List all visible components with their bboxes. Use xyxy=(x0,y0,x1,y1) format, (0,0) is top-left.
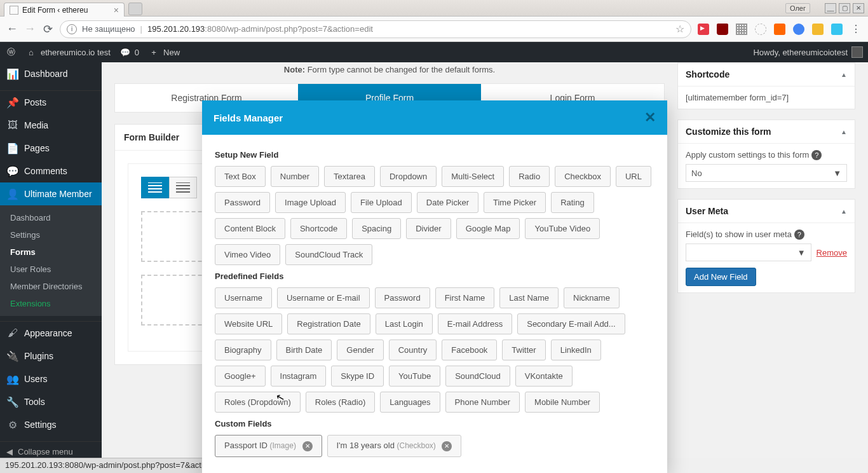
menu-tools[interactable]: 🔧Tools xyxy=(0,390,102,413)
wp-logo[interactable]: ⓦ xyxy=(5,46,17,58)
bookmark-star-icon[interactable]: ☆ xyxy=(675,23,684,35)
binance-ext-icon[interactable] xyxy=(812,24,824,35)
field-type-button[interactable]: Google Map xyxy=(456,218,520,239)
site-link[interactable]: ⌂ethereumico.io test xyxy=(25,46,111,58)
dashed-ext-icon[interactable] xyxy=(755,24,766,35)
field-type-button[interactable]: SoundCloud Track xyxy=(285,244,372,265)
row-layout-full[interactable] xyxy=(141,177,169,198)
field-type-button[interactable]: Text Box xyxy=(215,166,266,187)
field-type-button[interactable]: URL xyxy=(616,166,651,187)
row-layout-split[interactable] xyxy=(169,177,197,198)
menu-users[interactable]: 👥Users xyxy=(0,367,102,390)
field-type-button[interactable]: Content Block xyxy=(215,218,285,239)
field-type-button[interactable]: Checkbox xyxy=(555,166,611,187)
url-bar[interactable]: i Не защищено | 195.201.20.193:8080/wp-a… xyxy=(60,20,691,38)
s-ext-icon[interactable] xyxy=(831,24,843,35)
submenu-forms[interactable]: Forms xyxy=(0,243,102,261)
predef-field-button[interactable]: Roles (Dropdown) xyxy=(215,392,301,413)
field-type-button[interactable]: Password xyxy=(215,192,270,213)
youtube-ext-icon[interactable] xyxy=(698,24,709,35)
remove-field-icon[interactable]: ✕ xyxy=(302,441,313,451)
field-type-button[interactable]: File Upload xyxy=(351,192,412,213)
predef-field-button[interactable]: VKontakte xyxy=(515,366,573,387)
browser-tab[interactable]: Edit Form ‹ ethereu × xyxy=(4,3,125,17)
predef-field-button[interactable]: Nickname xyxy=(564,287,620,308)
predef-field-button[interactable]: Registration Date xyxy=(287,313,370,334)
field-type-button[interactable]: Spacing xyxy=(352,218,401,239)
submenu-settings[interactable]: Settings xyxy=(0,226,102,243)
field-type-button[interactable]: Textarea xyxy=(324,166,375,187)
predef-field-button[interactable]: Last Login xyxy=(376,313,433,334)
comments-link[interactable]: 💬0 xyxy=(119,46,139,58)
remove-field-icon[interactable]: ✕ xyxy=(442,441,452,451)
predef-field-button[interactable]: SoundCloud xyxy=(445,366,510,387)
predef-field-button[interactable]: Birth Date xyxy=(276,339,332,360)
predef-field-button[interactable]: Secondary E-mail Add... xyxy=(517,313,625,334)
field-type-button[interactable]: Time Picker xyxy=(484,192,546,213)
submenu-dashboard[interactable]: Dashboard xyxy=(0,209,102,226)
menu-media[interactable]: 🖼Media xyxy=(0,114,102,137)
predef-field-button[interactable]: Website URL xyxy=(215,313,282,334)
howdy-user[interactable]: Howdy, ethereumicoiotest xyxy=(753,46,863,58)
menu-posts[interactable]: 📌Posts xyxy=(0,91,102,114)
toggle-icon[interactable]: ▲ xyxy=(841,71,847,78)
toggle-icon[interactable]: ▲ xyxy=(841,128,847,135)
predef-field-button[interactable]: Twitter xyxy=(502,339,545,360)
field-type-button[interactable]: Dropdown xyxy=(380,166,437,187)
predef-field-button[interactable]: Roles (Radio) xyxy=(306,392,375,413)
remove-link[interactable]: Remove xyxy=(817,248,847,257)
usermeta-select[interactable]: ▼ xyxy=(686,243,811,261)
new-tab-button[interactable] xyxy=(128,3,142,15)
field-type-button[interactable]: Multi-Select xyxy=(442,166,504,187)
menu-ultimate-member[interactable]: 👤Ultimate Member xyxy=(0,182,102,205)
field-type-button[interactable]: Number xyxy=(271,166,319,187)
predef-field-button[interactable]: YouTube xyxy=(389,366,440,387)
os-minimize[interactable]: __ xyxy=(825,3,836,13)
field-type-button[interactable]: Radio xyxy=(509,166,550,187)
modal-close-button[interactable]: ✕ xyxy=(644,109,656,126)
field-type-button[interactable]: Rating xyxy=(551,192,594,213)
custom-field-passport[interactable]: Passport ID (Image) ✕ xyxy=(215,435,322,457)
menu-plugins[interactable]: 🔌Plugins xyxy=(0,345,102,367)
predef-field-button[interactable]: First Name xyxy=(435,287,495,308)
menu-settings[interactable]: ⚙Settings xyxy=(0,413,102,436)
predef-field-button[interactable]: Phone Number xyxy=(445,392,520,413)
predef-field-button[interactable]: Facebook xyxy=(442,339,497,360)
submenu-memberdir[interactable]: Member Directories xyxy=(0,278,102,295)
predef-field-button[interactable]: Skype ID xyxy=(331,366,384,387)
predef-field-button[interactable]: Password xyxy=(375,287,430,308)
metamask-ext-icon[interactable] xyxy=(774,24,785,35)
field-type-button[interactable]: Divider xyxy=(406,218,451,239)
os-maximize[interactable]: ▢ xyxy=(839,3,850,13)
field-type-button[interactable]: Vimeo Video xyxy=(215,244,280,265)
predef-field-button[interactable]: Biography xyxy=(215,339,271,360)
field-type-button[interactable]: YouTube Video xyxy=(525,218,600,239)
toggle-icon[interactable]: ▲ xyxy=(841,208,847,215)
predef-field-button[interactable]: E-mail Address xyxy=(438,313,512,334)
submenu-extensions[interactable]: Extensions xyxy=(0,295,102,312)
field-type-button[interactable]: Date Picker xyxy=(417,192,478,213)
help-icon[interactable]: ? xyxy=(811,150,822,160)
predef-field-button[interactable]: Country xyxy=(389,339,437,360)
predef-field-button[interactable]: Gender xyxy=(337,339,383,360)
field-type-button[interactable]: Image Upload xyxy=(275,192,346,213)
custom-field-18years[interactable]: I'm 18 years old (Checkbox) ✕ xyxy=(327,435,462,457)
predef-field-button[interactable]: Last Name xyxy=(499,287,559,308)
grid-ext-icon[interactable] xyxy=(736,24,747,35)
ublock-ext-icon[interactable] xyxy=(717,24,728,35)
predef-field-button[interactable]: Google+ xyxy=(215,366,266,387)
browser-menu-icon[interactable]: ⋮ xyxy=(850,24,862,35)
help-icon[interactable]: ? xyxy=(794,230,804,240)
tab-close[interactable]: × xyxy=(114,5,119,15)
submenu-userroles[interactable]: User Roles xyxy=(0,261,102,278)
menu-dashboard[interactable]: 📊Dashboard xyxy=(0,62,102,85)
collapse-menu[interactable]: ◀Collapse menu xyxy=(0,441,102,458)
menu-appearance[interactable]: 🖌Appearance xyxy=(0,322,102,345)
menu-comments[interactable]: 💬Comments xyxy=(0,160,102,182)
back-button[interactable]: ← xyxy=(6,24,18,35)
add-new-field-button[interactable]: Add New Field xyxy=(686,268,756,286)
predef-field-button[interactable]: Username xyxy=(215,287,272,308)
field-type-button[interactable]: Shortcode xyxy=(290,218,347,239)
customize-select[interactable]: No▼ xyxy=(686,164,847,182)
reload-button[interactable]: ⟳ xyxy=(42,24,53,35)
